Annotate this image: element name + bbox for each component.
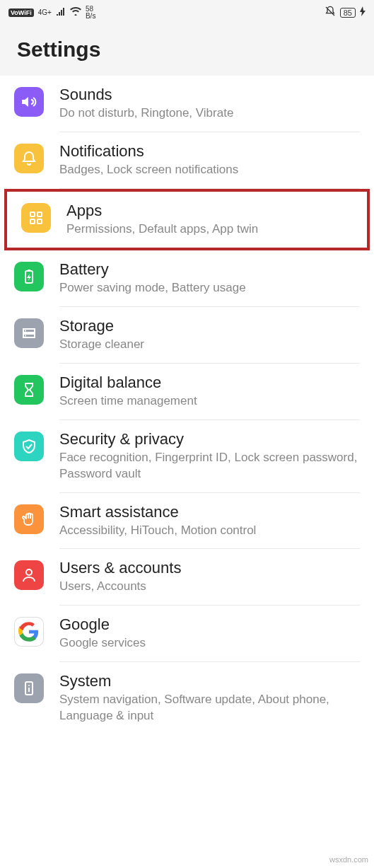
item-subtitle: Accessibility, HiTouch, Motion control [59,523,360,539]
item-title: Apps [66,202,353,220]
settings-item-storage[interactable]: StorageStorage cleaner [0,307,374,364]
item-subtitle: Google services [59,635,360,652]
item-subtitle: Screen time management [59,393,360,410]
storage-icon [14,318,44,348]
hand-icon [14,504,44,534]
grid-icon [21,203,51,233]
item-subtitle: Power saving mode, Battery usage [59,280,360,296]
item-subtitle: Do not disturb, Ringtone, Vibrate [59,105,360,122]
network-type: 4G+ [38,9,52,16]
svg-point-12 [28,685,30,686]
speed-value: 58 [86,6,93,13]
item-title: Digital balance [59,374,360,392]
item-title: System [59,672,360,690]
item-subtitle: Face recognition, Fingerprint ID, Lock s… [59,450,360,482]
settings-item-system[interactable]: SystemSystem navigation, Software update… [0,662,374,734]
charging-icon [360,6,366,18]
item-title: Storage [59,317,360,335]
item-title: Users & accounts [59,559,360,577]
svg-point-9 [25,335,26,336]
battery-icon [14,262,44,291]
item-subtitle: System navigation, Software update, Abou… [59,692,360,724]
svg-rect-13 [28,688,30,692]
settings-item-smart-assist[interactable]: Smart assistanceAccessibility, HiTouch, … [0,493,374,550]
bell-icon [14,144,44,173]
settings-item-notifications[interactable]: NotificationsBadges, Lock screen notific… [0,132,374,189]
info-icon [14,673,44,703]
svg-rect-2 [30,219,35,224]
item-subtitle: Badges, Lock screen notifications [59,162,360,178]
settings-list[interactable]: SoundsDo not disturb, Ringtone, VibrateN… [0,76,374,734]
svg-rect-1 [37,212,42,216]
settings-item-apps[interactable]: AppsPermissions, Default apps, App twin [4,189,370,250]
item-title: Smart assistance [59,503,360,521]
item-title: Security & privacy [59,430,360,449]
battery-level: 85 [340,8,356,18]
settings-header: Settings [0,25,374,76]
settings-item-security[interactable]: Security & privacyFace recognition, Fing… [0,420,374,493]
settings-item-users[interactable]: Users & accountsUsers, Accounts [0,549,374,606]
svg-rect-0 [30,212,35,216]
settings-item-sounds[interactable]: SoundsDo not disturb, Ringtone, Vibrate [0,76,374,132]
item-subtitle: Permissions, Default apps, App twin [66,221,353,238]
user-icon [14,560,44,590]
svg-point-8 [25,330,26,331]
status-bar: VoWiFi 4G+ 58 B/s 85 [0,0,374,25]
settings-item-google[interactable]: GoogleGoogle services [0,606,374,662]
item-subtitle: Storage cleaner [59,337,360,353]
vowifi-indicator: VoWiFi [8,8,34,17]
item-title: Notifications [59,142,360,161]
svg-point-10 [26,569,32,575]
svg-rect-5 [28,270,30,271]
svg-rect-3 [37,219,42,224]
watermark: wsxdn.com [329,855,368,864]
google-icon [14,617,44,647]
item-title: Battery [59,260,360,279]
item-title: Sounds [59,86,360,104]
signal-icon [56,7,66,18]
item-title: Google [59,615,360,634]
sound-icon [14,87,44,117]
mute-icon [325,6,336,19]
item-subtitle: Users, Accounts [59,579,360,595]
page-title: Settings [17,37,357,62]
wifi-icon [70,7,81,18]
settings-item-digital-balance[interactable]: Digital balanceScreen time management [0,364,374,420]
hourglass-icon [14,375,44,405]
speed-unit: B/s [86,13,95,20]
settings-item-battery[interactable]: BatteryPower saving mode, Battery usage [0,250,374,307]
shield-icon [14,432,44,461]
